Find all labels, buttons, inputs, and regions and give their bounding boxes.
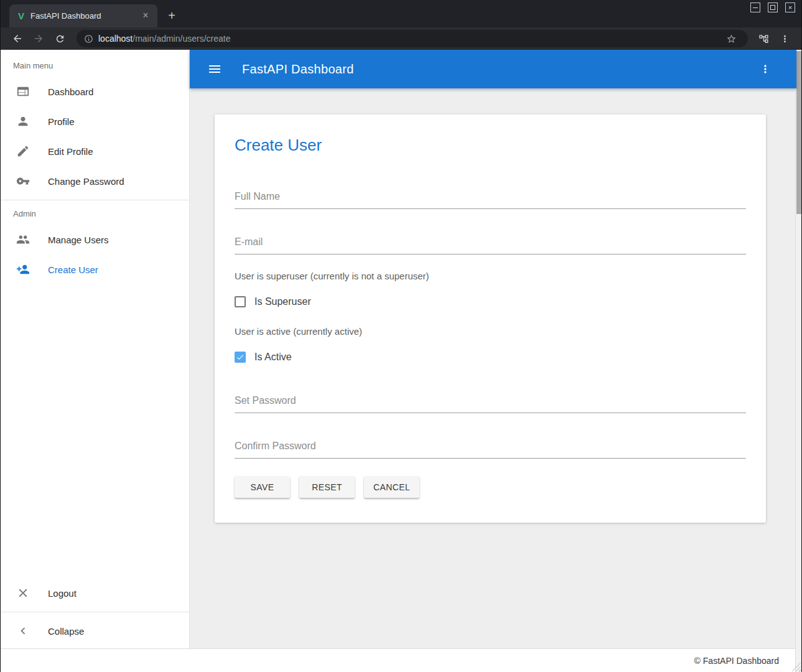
sidebar-item-create-user[interactable]: Create User — [1, 254, 189, 284]
reload-icon[interactable] — [52, 30, 68, 47]
page-content: Create User User is superuser (currently… — [190, 88, 796, 648]
vue-logo-favicon-icon: V — [18, 11, 24, 21]
sidebar-section-main-menu: Main menu — [1, 50, 189, 77]
dashboard-icon — [16, 84, 30, 99]
is-superuser-label: Is Superuser — [254, 296, 311, 307]
back-arrow-icon[interactable] — [9, 30, 26, 47]
new-tab-button[interactable]: + — [164, 7, 180, 24]
sitemap-icon[interactable] — [755, 30, 772, 47]
sidebar-item-edit-profile[interactable]: Edit Profile — [1, 136, 189, 166]
form-actions: SAVE RESET CANCEL — [235, 476, 746, 498]
sidebar-item-manage-users[interactable]: Manage Users — [1, 225, 189, 254]
tab-close-icon[interactable]: × — [140, 11, 151, 22]
hamburger-menu-icon[interactable] — [206, 60, 223, 78]
appbar-title: FastAPI Dashboard — [242, 62, 354, 77]
is-active-row: Is Active — [235, 352, 746, 363]
full-name-field — [235, 191, 746, 209]
url-path: /main/admin/users/create — [133, 34, 230, 44]
browser-tab[interactable]: V FastAPI Dashboard × — [9, 4, 157, 27]
maximize-icon — [770, 5, 775, 10]
window-close-button[interactable]: × — [785, 2, 795, 12]
sidebar-item-label: Edit Profile — [48, 146, 93, 157]
forward-arrow-icon[interactable] — [30, 30, 47, 47]
is-superuser-checkbox[interactable] — [235, 296, 246, 307]
set-password-input[interactable] — [235, 395, 746, 413]
cancel-button[interactable]: CANCEL — [364, 476, 419, 498]
key-icon — [16, 174, 30, 189]
tab-title: FastAPI Dashboard — [30, 11, 140, 21]
active-hint-text: User is active (currently active) — [235, 326, 746, 337]
scrollbar-thumb[interactable] — [796, 51, 801, 214]
person-icon — [16, 114, 30, 129]
create-user-card: Create User User is superuser (currently… — [215, 114, 766, 523]
set-password-field — [235, 395, 746, 413]
close-x-icon — [16, 586, 30, 600]
bookmark-star-icon[interactable] — [723, 30, 739, 47]
vertical-scrollbar[interactable] — [795, 50, 801, 672]
sidebar: Main menu Dashboard Profile Edit Profile — [1, 50, 190, 648]
sidebar-section-admin: Admin — [1, 204, 189, 225]
people-icon — [16, 232, 30, 247]
url-bar[interactable]: localhost/main/admin/users/create — [77, 30, 748, 47]
email-field — [235, 236, 746, 254]
sidebar-item-label: Change Password — [48, 176, 124, 187]
full-name-input[interactable] — [235, 191, 746, 209]
superuser-hint-text: User is superuser (currently is not a su… — [235, 271, 746, 281]
browser-toolbar: localhost/main/admin/users/create — [1, 27, 801, 50]
confirm-password-field — [235, 441, 746, 459]
page-footer: © FastAPI Dashboard — [1, 648, 796, 672]
sidebar-item-label: Manage Users — [48, 235, 109, 245]
browser-window: V FastAPI Dashboard × + × localhost/main… — [0, 0, 802, 672]
close-icon: × — [788, 4, 792, 11]
window-maximize-button[interactable] — [768, 2, 778, 12]
is-active-label: Is Active — [254, 352, 292, 363]
person-add-icon — [16, 262, 30, 277]
page-title: Create User — [235, 136, 746, 155]
toolbar-right-icons — [753, 30, 795, 47]
reset-button[interactable]: RESET — [299, 476, 355, 498]
browser-tab-strip: V FastAPI Dashboard × + × — [1, 0, 801, 27]
window-minimize-button[interactable] — [750, 2, 760, 12]
sidebar-item-label: Logout — [48, 588, 77, 599]
is-active-checkbox[interactable] — [235, 352, 246, 363]
sidebar-item-label: Create User — [48, 264, 98, 275]
sidebar-item-logout[interactable]: Logout — [1, 578, 189, 608]
sidebar-item-label: Profile — [48, 116, 75, 127]
sidebar-item-label: Dashboard — [48, 86, 93, 97]
page-viewport: Main menu Dashboard Profile Edit Profile — [1, 50, 801, 672]
browser-menu-icon[interactable] — [776, 30, 793, 47]
email-input[interactable] — [235, 236, 746, 254]
save-button[interactable]: SAVE — [235, 476, 290, 498]
is-superuser-row: Is Superuser — [235, 296, 746, 307]
appbar-overflow-menu-icon[interactable] — [757, 60, 774, 78]
sidebar-divider — [1, 200, 189, 200]
url-host: localhost — [98, 34, 133, 44]
sidebar-item-profile[interactable]: Profile — [1, 106, 189, 136]
main-area: FastAPI Dashboard Create User User is su… — [190, 50, 796, 648]
sidebar-item-label: Collapse — [48, 626, 84, 637]
copyright-text: © FastAPI Dashboard — [694, 656, 779, 666]
window-controls: × — [750, 2, 795, 12]
confirm-password-input[interactable] — [235, 441, 746, 459]
pencil-icon — [16, 144, 30, 159]
url-text: localhost/main/admin/users/create — [98, 34, 230, 44]
page-info-icon[interactable] — [84, 34, 93, 44]
sidebar-divider — [1, 612, 189, 612]
sidebar-collapse-button[interactable]: Collapse — [1, 616, 189, 646]
minimize-icon — [753, 7, 758, 8]
app-bar: FastAPI Dashboard — [190, 50, 796, 88]
sidebar-item-change-password[interactable]: Change Password — [1, 166, 189, 196]
chevron-left-icon — [16, 623, 30, 638]
sidebar-item-dashboard[interactable]: Dashboard — [1, 77, 189, 106]
